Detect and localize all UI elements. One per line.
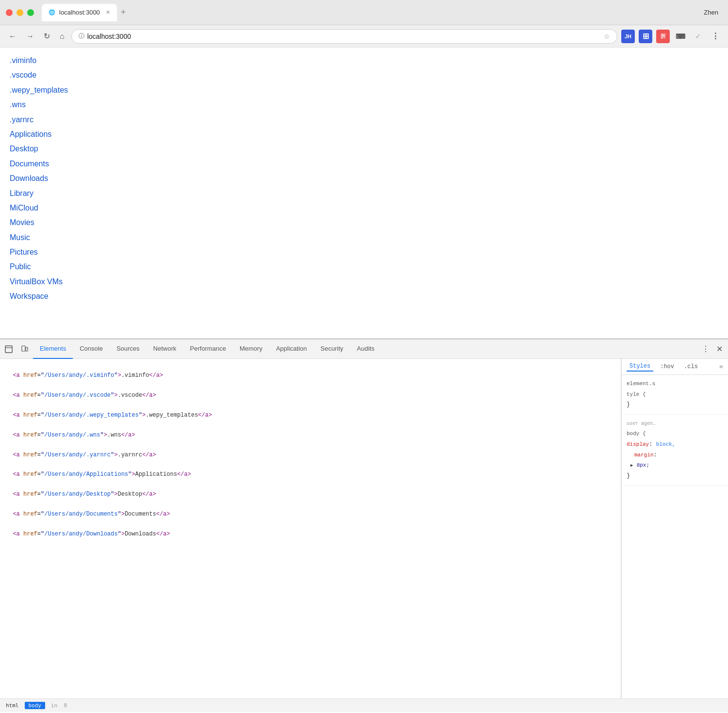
back-button[interactable]: ←: [6, 30, 19, 43]
file-link[interactable]: MiCloud: [10, 201, 718, 215]
code-line: <a href="/Users/andy/.yarnrc">.yarnrc</a…: [0, 450, 621, 460]
devtools-inspect-icon[interactable]: [2, 342, 16, 356]
forward-button[interactable]: →: [23, 30, 37, 43]
tab-console[interactable]: Console: [73, 340, 110, 359]
style-close-brace2: }: [627, 472, 630, 479]
code-line: [0, 420, 621, 430]
tab-elements[interactable]: Elements: [33, 340, 73, 359]
tab-audits[interactable]: Audits: [350, 340, 381, 359]
style-prop-display: display: [627, 441, 649, 447]
code-line: [0, 480, 621, 489]
jh-icon[interactable]: JH: [621, 30, 635, 43]
devtools-body: <a href="/Users/andy/.viminfo">.viminfo<…: [0, 359, 728, 698]
style-close-brace: }: [627, 401, 630, 408]
bottom-html-tag[interactable]: html: [6, 702, 19, 709]
code-line: <a href="/Users/andy/Downloads">Download…: [0, 529, 621, 539]
file-link[interactable]: Workspace: [10, 289, 718, 304]
download-icon[interactable]: ⌨: [674, 30, 687, 43]
styles-header: Styles Computed :hov .cls »: [622, 359, 728, 375]
devtools-tabs: Elements Console Sources Network Perform…: [0, 340, 728, 359]
file-link[interactable]: .viminfo: [10, 53, 718, 68]
url-text: localhost:3000: [87, 32, 601, 40]
tab-network[interactable]: Network: [147, 340, 183, 359]
traffic-lights: [6, 9, 34, 16]
styles-more-icon[interactable]: »: [719, 363, 723, 371]
tab-application[interactable]: Application: [269, 340, 314, 359]
svg-rect-2: [22, 346, 25, 351]
browser-tab[interactable]: 🌐 localhost:3000 ✕: [42, 4, 117, 21]
styles-panel: Styles Computed :hov .cls » element.s ty…: [621, 359, 728, 698]
file-link[interactable]: Downloads: [10, 171, 718, 186]
file-link[interactable]: Desktop: [10, 142, 718, 156]
tab-audits-label: Audits: [357, 345, 374, 352]
code-line: <a href="/Users/andy/.vscode">.vscode</a…: [0, 390, 621, 400]
devtools-panel: Elements Console Sources Network Perform…: [0, 339, 728, 712]
bird-icon[interactable]: ✓: [691, 30, 705, 43]
maximize-button[interactable]: [27, 9, 34, 16]
tab-security[interactable]: Security: [314, 340, 350, 359]
file-link[interactable]: .yarnrc: [10, 113, 718, 127]
tab-icon: 🌐: [49, 9, 55, 16]
tab-elements-label: Elements: [40, 345, 66, 352]
tab-bar: 🌐 localhost:3000 ✕ +: [42, 4, 704, 21]
file-link[interactable]: Library: [10, 186, 718, 201]
svg-rect-0: [5, 346, 12, 353]
styles-tab-hov[interactable]: :hov: [657, 362, 677, 371]
code-line: <a href="/Users/andy/Documents">Document…: [0, 509, 621, 519]
styles-tab-styles[interactable]: Styles: [627, 362, 653, 372]
minimize-button[interactable]: [17, 9, 23, 16]
bookmark-icon[interactable]: ☆: [604, 32, 610, 40]
user-name: Zhen: [704, 9, 722, 16]
code-line: [0, 440, 621, 450]
refresh-button[interactable]: ↻: [41, 30, 53, 43]
code-line: <a href="/Users/andy/Applications">Appli…: [0, 470, 621, 479]
devtools-bottom-bar: html body in 8: [0, 698, 728, 712]
tab-sources[interactable]: Sources: [110, 340, 147, 359]
file-link[interactable]: Documents: [10, 157, 718, 171]
file-link[interactable]: Pictures: [10, 245, 718, 259]
tab-network-label: Network: [153, 345, 177, 352]
addressbar: ← → ↻ ⌂ ⓘ localhost:3000 ☆ JH ⊞ 折 ⌨ ✓ ⋮: [0, 25, 728, 48]
tab-performance-label: Performance: [190, 345, 226, 352]
file-link[interactable]: .wns: [10, 97, 718, 112]
style-selector: element.s: [627, 381, 655, 387]
code-line: [0, 401, 621, 410]
styles-tab-cls[interactable]: .cls: [681, 362, 701, 371]
style-value-margin: 8px;: [637, 462, 649, 468]
code-line: <a href="/Users/andy/.viminfo">.viminfo<…: [0, 371, 621, 380]
file-link[interactable]: Movies: [10, 215, 718, 230]
style-source-label: user agen…: [627, 421, 656, 426]
close-button[interactable]: [6, 9, 13, 16]
titlebar: 🌐 localhost:3000 ✕ + Zhen: [0, 0, 728, 25]
lock-icon: ⓘ: [79, 32, 84, 40]
code-line: [0, 361, 621, 371]
code-line: [0, 460, 621, 470]
bottom-body-tag[interactable]: body: [25, 702, 46, 709]
file-link[interactable]: .vscode: [10, 68, 718, 82]
qr-icon[interactable]: ⊞: [639, 30, 652, 43]
new-tab-button[interactable]: +: [121, 7, 126, 17]
devtools-more-button[interactable]: ⋮: [699, 342, 712, 356]
home-button[interactable]: ⌂: [57, 30, 67, 43]
file-link[interactable]: VirtualBox VMs: [10, 275, 718, 289]
file-link[interactable]: Applications: [10, 127, 718, 142]
tab-close-icon[interactable]: ✕: [106, 9, 110, 16]
devtools-device-icon[interactable]: [17, 342, 31, 356]
devtools-close-button[interactable]: ✕: [712, 342, 726, 356]
tab-memory[interactable]: Memory: [233, 340, 269, 359]
file-link[interactable]: Public: [10, 259, 718, 274]
file-link[interactable]: .wepy_templates: [10, 83, 718, 97]
menu-icon[interactable]: ⋮: [709, 30, 722, 43]
style-block-useragent: user agen… body { display: block, margin…: [622, 415, 728, 486]
tab-sources-label: Sources: [116, 345, 140, 352]
style-block-element: element.s tyle { }: [622, 375, 728, 415]
browser-content: .viminfo.vscode.wepy_templates.wns.yarnr…: [0, 48, 728, 339]
browser-content-wrapper: .viminfo.vscode.wepy_templates.wns.yarnr…: [0, 48, 728, 339]
file-link[interactable]: Music: [10, 230, 718, 245]
fold-icon[interactable]: 折: [656, 30, 670, 43]
tab-memory-label: Memory: [240, 345, 263, 352]
tab-performance[interactable]: Performance: [183, 340, 232, 359]
code-line: <a href="/Users/andy/.wns">.wns</a>: [0, 430, 621, 440]
tab-security-label: Security: [320, 345, 343, 352]
url-bar[interactable]: ⓘ localhost:3000 ☆: [71, 29, 617, 44]
